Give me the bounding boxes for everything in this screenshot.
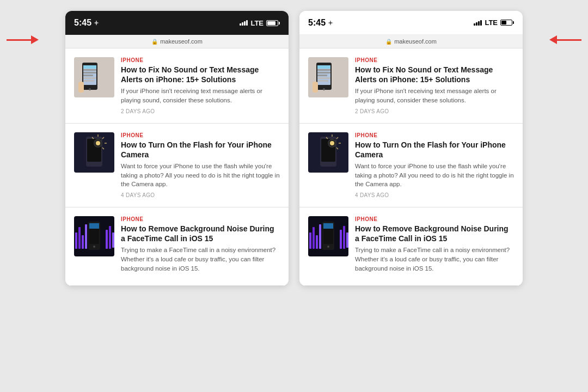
svg-point-68	[327, 246, 329, 248]
article-item[interactable]: IPHONE How to Remove Background Noise Du…	[65, 207, 289, 285]
svg-rect-3	[83, 65, 96, 69]
article-title[interactable]: How to Turn On the Flash for Your iPhone…	[355, 140, 514, 160]
svg-rect-63	[343, 226, 345, 249]
url-text: makeuseof.com	[160, 38, 203, 45]
svg-rect-38	[317, 65, 330, 69]
svg-marker-34	[328, 20, 333, 26]
lock-icon: 🔒	[151, 39, 158, 45]
svg-point-44	[323, 88, 325, 90]
status-icons: LTE	[474, 19, 514, 27]
article-title[interactable]: How to Fix No Sound or Text Message Aler…	[355, 65, 514, 84]
article-item[interactable]: IPHONE How to Fix No Sound or Text Messa…	[65, 48, 289, 124]
svg-rect-61	[319, 224, 321, 249]
svg-rect-10	[78, 82, 84, 93]
svg-rect-27	[106, 230, 108, 249]
status-bar-left: 5:45 LTE	[65, 11, 289, 35]
left-arrow	[7, 35, 39, 44]
article-date: 4 DAYS AGO	[121, 192, 280, 198]
battery-icon	[500, 20, 514, 26]
lte-label: LTE	[485, 19, 498, 27]
time-text: 5:45	[308, 18, 326, 28]
svg-rect-8	[83, 80, 94, 82]
time-display: 5:45	[74, 18, 99, 28]
svg-rect-60	[316, 235, 318, 249]
article-feed-right[interactable]: IPHONE How to Fix No Sound or Text Messa…	[299, 48, 523, 286]
article-date: 2 DAYS AGO	[121, 108, 280, 114]
article-content: IPHONE How to Fix No Sound or Text Messa…	[121, 57, 280, 114]
article-thumbnail	[74, 132, 114, 173]
phone-right: 5:45 LTE 🔒 makeuseof.com	[299, 11, 523, 286]
article-description: Trying to make a FaceTime call in a nois…	[121, 246, 280, 273]
location-icon	[328, 20, 333, 26]
svg-rect-5	[83, 72, 96, 74]
signal-bars	[474, 20, 482, 26]
time-text: 5:45	[74, 18, 91, 28]
time-display: 5:45	[308, 18, 333, 28]
status-bar-right: 5:45 LTE	[299, 11, 523, 35]
article-category: IPHONE	[355, 57, 514, 63]
battery-tip	[279, 22, 280, 24]
svg-rect-45	[313, 82, 318, 93]
svg-rect-6	[83, 75, 93, 76]
svg-rect-25	[82, 235, 84, 249]
article-category: IPHONE	[121, 57, 280, 63]
svg-rect-64	[346, 232, 348, 248]
article-description: Want to force your iPhone to use the fla…	[355, 162, 514, 189]
article-title[interactable]: How to Fix No Sound or Text Message Aler…	[121, 65, 280, 84]
svg-rect-23	[75, 232, 77, 249]
article-title[interactable]: How to Remove Background Noise During a …	[355, 224, 514, 243]
article-item[interactable]: IPHONE How to Fix No Sound or Text Messa…	[299, 48, 523, 124]
right-arrow	[549, 35, 581, 44]
article-content: IPHONE How to Turn On the Flash for Your…	[355, 132, 514, 198]
phone-left: 5:45 LTE 🔒 makeuseof.com	[65, 11, 289, 286]
svg-rect-59	[313, 227, 315, 249]
address-bar-right: 🔒 makeuseof.com	[299, 35, 523, 48]
svg-rect-43	[317, 80, 328, 82]
svg-point-33	[93, 246, 95, 248]
svg-rect-32	[89, 223, 99, 229]
article-thumbnail	[74, 216, 114, 256]
svg-rect-41	[317, 75, 327, 76]
article-content: IPHONE How to Fix No Sound or Text Messa…	[355, 57, 514, 114]
article-date: 4 DAYS AGO	[355, 192, 514, 198]
battery-tip	[513, 21, 514, 24]
svg-rect-42	[317, 77, 330, 79]
article-description: Trying to make a FaceTime call in a nois…	[355, 246, 514, 273]
article-thumbnail	[74, 57, 114, 97]
article-item[interactable]: IPHONE How to Turn On the Flash for Your…	[65, 124, 289, 207]
article-thumbnail	[308, 216, 348, 256]
location-icon	[94, 20, 99, 26]
article-category: IPHONE	[355, 216, 514, 222]
battery-fill	[267, 21, 275, 25]
arrow-line	[557, 39, 581, 41]
svg-rect-26	[85, 224, 87, 249]
article-feed-left[interactable]: IPHONE How to Fix No Sound or Text Messa…	[65, 48, 289, 286]
arrow-head-icon	[31, 35, 39, 44]
svg-rect-58	[309, 232, 311, 249]
article-category: IPHONE	[121, 132, 280, 138]
status-icons: LTE	[240, 19, 280, 27]
svg-point-9	[89, 88, 91, 90]
signal-bars	[240, 20, 248, 26]
arrow-head-icon	[549, 35, 557, 44]
svg-rect-28	[109, 226, 111, 249]
article-content: IPHONE How to Remove Background Noise Du…	[355, 216, 514, 276]
address-bar-left: 🔒 makeuseof.com	[65, 35, 289, 48]
svg-rect-24	[78, 227, 81, 249]
svg-point-51	[330, 141, 334, 145]
article-category: IPHONE	[121, 216, 280, 222]
svg-rect-62	[340, 230, 342, 249]
svg-rect-4	[83, 69, 96, 71]
battery-icon	[266, 20, 280, 26]
article-title[interactable]: How to Turn On the Flash for Your iPhone…	[121, 140, 280, 160]
svg-rect-29	[112, 232, 114, 248]
article-item[interactable]: IPHONE How to Remove Background Noise Du…	[299, 207, 523, 285]
url-text: makeuseof.com	[394, 38, 437, 45]
article-title[interactable]: How to Remove Background Noise During a …	[121, 224, 280, 243]
svg-rect-7	[83, 77, 96, 79]
svg-rect-67	[323, 223, 333, 229]
article-description: Want to force your iPhone to use the fla…	[121, 162, 280, 189]
article-thumbnail	[308, 132, 348, 173]
article-item[interactable]: IPHONE How to Turn On the Flash for Your…	[299, 124, 523, 207]
svg-rect-40	[317, 72, 330, 74]
